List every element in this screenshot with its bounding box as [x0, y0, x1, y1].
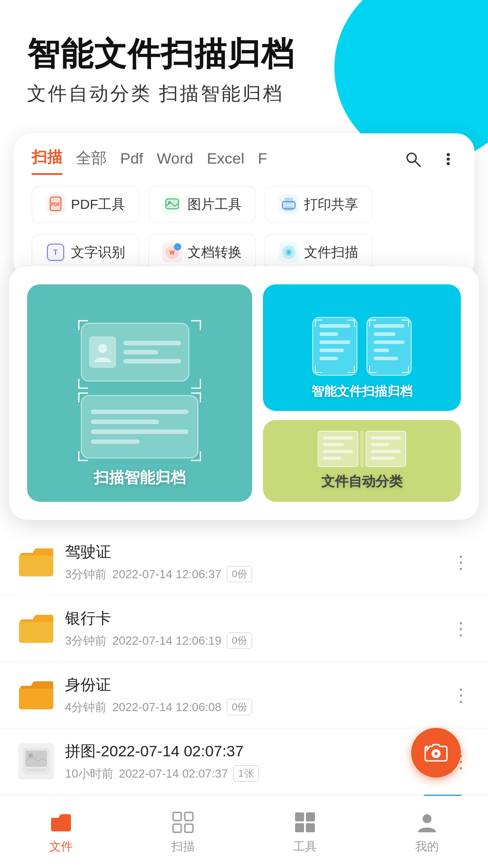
file-thumbnail	[18, 743, 54, 779]
auto-classify-card[interactable]: 文件自动分类	[263, 420, 461, 502]
smart-scan-card[interactable]: 智能文件扫描归档	[263, 284, 461, 411]
file-more-icon[interactable]: ⋮	[452, 684, 470, 705]
nav-scan[interactable]: 扫描	[170, 810, 196, 854]
file-more-icon[interactable]: ⋮	[452, 552, 470, 572]
auto-classify-label: 文件自动分类	[321, 472, 403, 491]
tab-scan[interactable]: 扫描	[32, 147, 62, 175]
tabs-bar: 扫描 全部 Pdf Word Excel F	[14, 133, 474, 175]
nav-tools[interactable]: 工具	[292, 810, 318, 854]
nav-files[interactable]: 文件	[48, 810, 74, 854]
scan-archive-label: 扫描智能归档	[94, 467, 186, 488]
feature-cards-right: 智能文件扫描归档 文件自动分类	[263, 284, 461, 502]
file-scan-label: 文件扫描	[304, 243, 358, 262]
svg-point-4	[447, 162, 450, 165]
scan-archive-card[interactable]: 扫描智能归档	[27, 284, 252, 502]
svg-text:→: →	[176, 245, 180, 250]
svg-rect-38	[173, 812, 181, 821]
scan-nav-icon	[170, 810, 196, 835]
text-recognition-button[interactable]: T 文字识别	[32, 234, 139, 271]
svg-rect-34	[27, 769, 45, 771]
nav-scan-label: 扫描	[171, 839, 195, 854]
file-meta: 10小时前 2022-07-14 02:07:37 1张	[65, 765, 441, 782]
svg-rect-41	[185, 824, 193, 832]
nav-mine-label: 我的	[415, 839, 439, 854]
svg-point-30	[98, 344, 107, 353]
file-name: 身份证	[65, 675, 441, 695]
file-meta: 3分钟前 2022-07-14 12:06:19 0份	[65, 632, 441, 649]
print-tool-label: 打印共享	[304, 195, 358, 214]
doc-convert-button[interactable]: W → 文档转换	[148, 234, 256, 271]
tab-excel[interactable]: Excel	[207, 150, 244, 173]
file-item[interactable]: 银行卡 3分钟前 2022-07-14 12:06:19 0份 ⋮	[0, 595, 488, 662]
svg-rect-39	[185, 812, 193, 821]
file-name: 银行卡	[65, 608, 441, 629]
svg-rect-44	[295, 823, 304, 832]
file-nav-icon	[48, 810, 74, 835]
tab-f[interactable]: F	[258, 150, 267, 173]
header-subtitle: 文件自动分类 扫描智能归档	[27, 81, 461, 106]
svg-point-2	[447, 153, 450, 156]
svg-text:W: W	[169, 250, 175, 256]
search-icon[interactable]	[404, 150, 422, 172]
header: 智能文件扫描归档 文件自动分类 扫描智能归档	[0, 0, 488, 124]
nav-files-label: 文件	[49, 839, 73, 854]
file-more-icon[interactable]: ⋮	[452, 618, 470, 639]
pdf-tool-button[interactable]: PDF PDF工具	[32, 186, 139, 223]
folder-icon	[18, 547, 54, 577]
smart-scan-label: 智能文件扫描归档	[311, 383, 413, 400]
file-meta: 4分钟前 2022-07-14 12:06:08 0份	[65, 699, 441, 715]
feature-popup: 扫描智能归档	[9, 266, 479, 520]
svg-rect-17	[285, 207, 293, 211]
mine-nav-icon	[414, 810, 440, 835]
more-icon[interactable]	[440, 151, 456, 171]
tab-word[interactable]: Word	[157, 150, 193, 173]
svg-point-29	[287, 251, 290, 254]
file-item[interactable]: 身份证 4分钟前 2022-07-14 12:06:08 0份 ⋮	[0, 662, 488, 728]
file-name: 驾驶证	[65, 542, 441, 562]
nav-tools-label: 工具	[293, 839, 317, 854]
file-item[interactable]: 驾驶证 3分钟前 2022-07-14 12:06:37 0份 ⋮	[0, 529, 488, 595]
nav-mine[interactable]: 我的	[414, 810, 440, 854]
file-scan-button[interactable]: 文件扫描	[265, 234, 372, 271]
file-meta: 3分钟前 2022-07-14 12:06:37 0份	[65, 566, 441, 582]
tab-pdf[interactable]: Pdf	[120, 150, 143, 173]
file-info: 驾驶证 3分钟前 2022-07-14 12:06:37 0份	[65, 542, 441, 582]
doc-convert-label: 文档转换	[188, 243, 242, 262]
tools-row-1: PDF PDF工具 图片工具 打印共享	[14, 175, 474, 234]
svg-text:PDF: PDF	[51, 202, 60, 207]
svg-rect-43	[306, 812, 315, 821]
svg-rect-45	[306, 823, 315, 832]
pdf-tool-label: PDF工具	[71, 195, 125, 214]
file-info: 身份证 4分钟前 2022-07-14 12:06:08 0份	[65, 675, 441, 715]
image-tool-button[interactable]: 图片工具	[148, 186, 256, 223]
svg-rect-42	[295, 812, 304, 821]
folder-icon	[18, 613, 54, 644]
svg-line-1	[415, 161, 420, 166]
svg-text:T: T	[53, 249, 58, 256]
file-info: 拼图-2022-07-14 02:07:37 10小时前 2022-07-14 …	[65, 741, 441, 782]
main-card: 扫描 全部 Pdf Word Excel F PD	[14, 133, 474, 280]
image-tool-label: 图片工具	[188, 195, 242, 214]
file-info: 银行卡 3分钟前 2022-07-14 12:06:19 0份	[65, 608, 441, 649]
print-tool-button[interactable]: 打印共享	[265, 186, 372, 223]
svg-rect-40	[173, 824, 181, 832]
svg-rect-16	[285, 198, 293, 203]
tab-all[interactable]: 全部	[76, 148, 107, 174]
svg-point-46	[422, 814, 432, 823]
file-name: 拼图-2022-07-14 02:07:37	[65, 741, 441, 762]
svg-point-36	[435, 752, 438, 755]
bottom-nav: 文件 扫描 工具	[0, 796, 488, 868]
folder-icon	[18, 679, 54, 710]
header-title: 智能文件扫描归档	[27, 36, 461, 72]
text-recognition-label: 文字识别	[71, 243, 125, 262]
svg-point-3	[447, 157, 450, 160]
camera-fab-button[interactable]	[411, 728, 461, 778]
tools-nav-icon	[292, 810, 318, 835]
